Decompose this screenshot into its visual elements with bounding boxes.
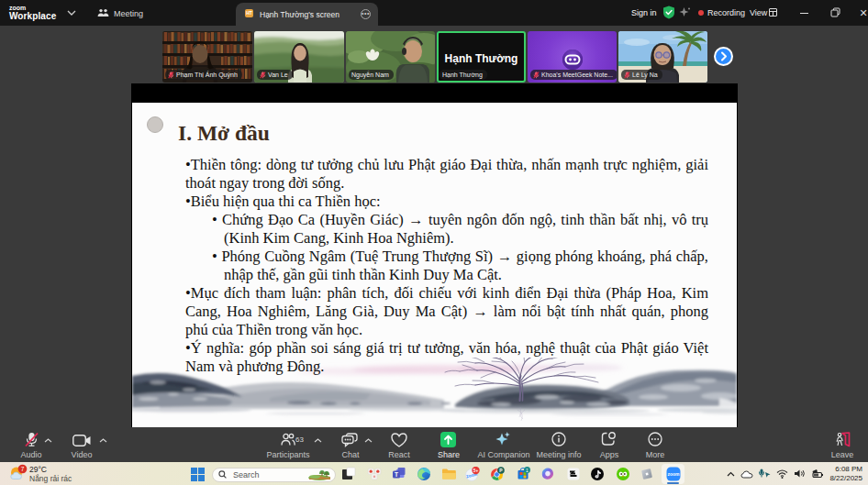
svg-text:T: T	[395, 471, 398, 478]
svg-text:7: 7	[21, 466, 25, 472]
svg-text:zoom: zoom	[667, 471, 680, 477]
svg-text:5+: 5+	[473, 468, 479, 473]
svg-text:1: 1	[526, 468, 529, 473]
